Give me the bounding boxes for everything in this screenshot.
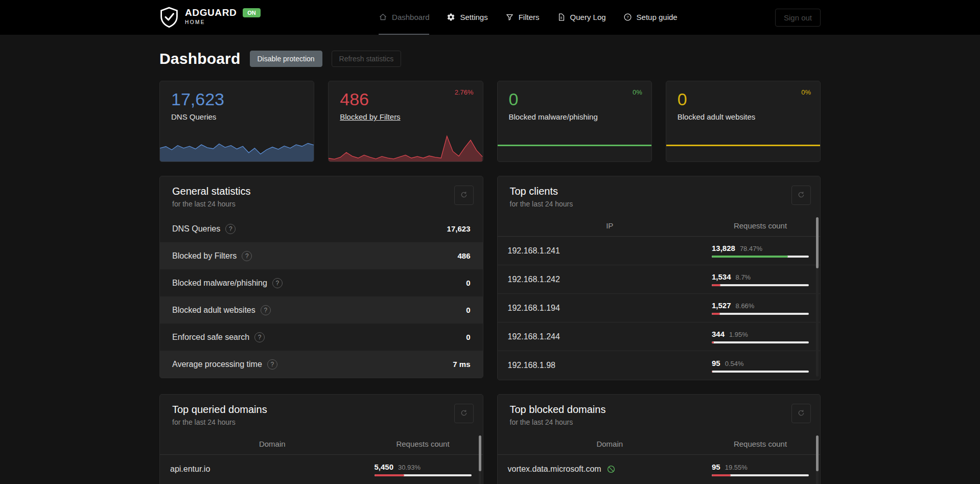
stat-row: DNS Queries? 17,623 [160,215,483,242]
nav-label: Query Log [570,13,606,21]
blocked-adult-sparkline [666,132,820,162]
help-icon: ? [623,13,632,21]
scrollbar-thumb[interactable] [816,435,819,471]
domain-name[interactable]: vortex.data.microsoft.com [508,465,712,474]
domain-row: api.entur.io 5,45030.93% [160,455,483,483]
stat-label: Blocked adult websites [678,112,756,121]
nav-item-filters[interactable]: Filters [505,0,540,35]
stat-row-value: 7 ms [453,360,470,368]
refresh-icon [797,191,805,200]
refresh-button[interactable] [454,186,474,205]
stat-card-blocked-filters: 486 Blocked by Filters 2.76% [328,81,483,162]
stat-label: Blocked malware/phishing [509,112,598,121]
column-header-domain: Domain [508,440,712,448]
progress-bar [712,474,809,476]
help-icon[interactable]: ? [225,224,236,234]
nav-label: Filters [519,13,540,21]
stat-row-value: 486 [457,251,470,260]
stat-row-value: 0 [466,279,470,287]
domain-text: api.entur.io [170,465,210,474]
stat-row: Blocked adult websites? 0 [160,296,483,324]
brand-name: ADGUARD [185,8,237,18]
scrollbar[interactable] [816,217,819,377]
document-icon [557,13,566,21]
stat-row: Blocked by Filters? 486 [160,242,483,269]
panel-row-2: Top queried domains for the last 24 hour… [159,394,821,484]
client-ip[interactable]: 192.168.1.244 [508,332,712,341]
general-statistics-table: DNS Queries? 17,623 Blocked by Filters? … [160,215,483,378]
help-icon[interactable]: ? [254,332,265,342]
refresh-button[interactable] [791,186,811,205]
requests-count: 13,828 [712,244,735,252]
stat-value: 17,623 [171,89,302,109]
stat-card-blocked-adult: 0 Blocked adult websites 0% [666,81,821,162]
brand-subtitle: HOME [185,19,237,25]
requests-count: 95 [712,463,720,471]
stat-percent: 2.76% [455,88,474,96]
stat-card-dns-queries: 17,623 DNS Queries [159,81,314,162]
requests-percent: 19.55% [725,464,748,471]
progress-bar [712,313,809,315]
panel-subtitle: for the last 24 hours [510,418,606,426]
scrollbar[interactable] [479,435,481,484]
progress-bar [712,256,809,258]
refresh-statistics-button[interactable]: Refresh statistics [332,51,402,67]
stat-row-label: Enforced safe search [172,333,249,342]
column-header-ip: IP [508,221,712,230]
blocked-icon [606,465,616,474]
brand[interactable]: ADGUARD HOME ON [159,7,261,28]
table-header: Domain Requests count [160,433,483,455]
stat-row-value: 0 [466,306,470,314]
nav-label: Dashboard [392,13,429,21]
stat-row-label: Average processing time [172,360,262,369]
panel-title: General statistics [172,186,250,197]
disable-protection-button[interactable]: Disable protection [250,51,322,67]
nav-item-query-log[interactable]: Query Log [557,0,606,35]
refresh-button[interactable] [454,404,474,423]
stat-row-value: 0 [466,333,470,341]
home-icon [379,13,387,21]
stat-percent: 0% [801,88,811,96]
filter-icon [505,13,514,21]
help-icon[interactable]: ? [242,251,252,261]
panel-subtitle: for the last 24 hours [172,200,250,208]
top-blocked-domains-table: vortex.data.microsoft.com 9519.55% [498,455,821,483]
help-icon[interactable]: ? [261,305,271,315]
scrollbar-thumb[interactable] [479,435,481,471]
requests-count: 344 [712,330,725,338]
requests-percent: 0.54% [725,360,744,367]
refresh-button[interactable] [791,404,811,423]
stat-row-label: Blocked adult websites [172,306,255,315]
client-ip[interactable]: 192.168.1.241 [508,246,712,256]
nav-item-dashboard[interactable]: Dashboard [379,0,429,35]
sign-out-button[interactable]: Sign out [775,9,821,27]
nav-label: Settings [460,13,487,21]
requests-percent: 30.93% [398,464,421,471]
client-ip[interactable]: 192.168.1.98 [508,361,712,370]
stat-label-link[interactable]: Blocked by Filters [340,112,400,121]
progress-bar [712,284,809,286]
stat-value: 486 [340,89,471,109]
protection-status-badge: ON [243,8,261,17]
panel-title: Top blocked domains [510,404,606,416]
requests-count: 1,534 [712,272,731,281]
top-clients-table: 192.168.1.241 13,82878.47% 192.168.1.242… [498,237,821,380]
help-icon[interactable]: ? [267,359,277,370]
stat-card-blocked-malware: 0 Blocked malware/phishing 0% [497,81,652,162]
nav-item-settings[interactable]: Settings [447,0,487,35]
main-content: Dashboard Disable protection Refresh sta… [159,35,821,484]
column-header-requests: Requests count [712,221,809,230]
requests-percent: 8.7% [736,273,751,281]
nav-item-setup-guide[interactable]: ? Setup guide [623,0,678,35]
domain-name[interactable]: api.entur.io [170,465,375,474]
requests-percent: 78.47% [740,245,762,252]
client-ip[interactable]: 192.168.1.194 [508,304,712,313]
refresh-icon [797,409,805,419]
help-icon[interactable]: ? [272,278,283,288]
client-ip[interactable]: 192.168.1.242 [508,275,712,284]
panel-title: Top clients [510,186,573,197]
scrollbar-thumb[interactable] [816,217,819,268]
panel-row-1: General statistics for the last 24 hours… [159,176,821,380]
scrollbar[interactable] [816,435,819,484]
client-row: 192.168.1.241 13,82878.47% [498,237,821,265]
